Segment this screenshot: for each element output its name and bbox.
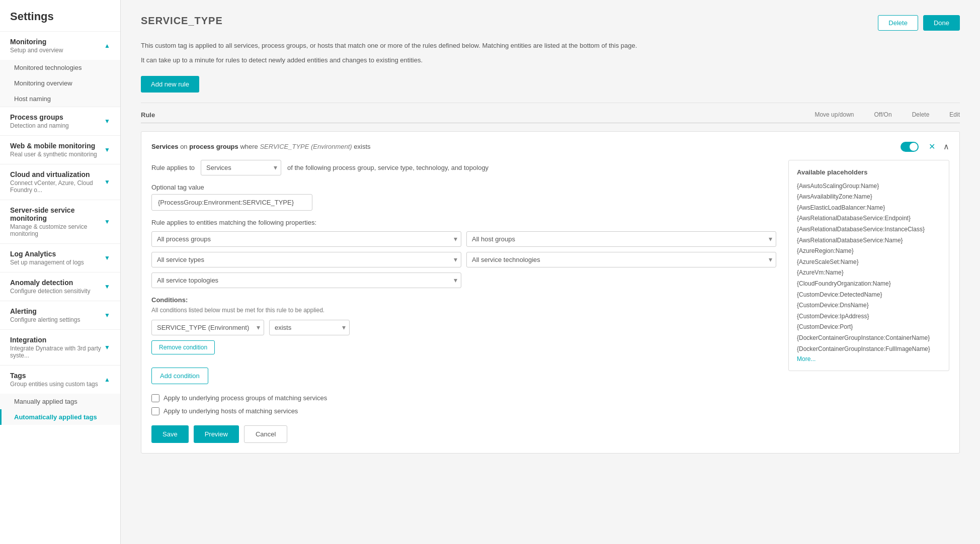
- sidebar-item-automatically-applied-tags[interactable]: Automatically applied tags: [0, 409, 120, 425]
- sidebar-section-title-wrap-cloud: Cloud and virtualization Connect vCenter…: [10, 170, 104, 194]
- placeholder-item: {AwsElasticLoadBalancer:Name}: [797, 203, 941, 214]
- sidebar-item-monitoring-overview[interactable]: Monitoring overview: [0, 75, 120, 91]
- rule-title-exists: exists: [354, 143, 370, 150]
- applies-to-dropdown-wrap: Services: [201, 160, 281, 175]
- add-condition-button[interactable]: Add condition: [151, 368, 208, 384]
- sidebar-chevron-integration: ▼: [104, 344, 110, 351]
- placeholder-item: {AwsRelationalDatabaseService:InstanceCl…: [797, 224, 941, 235]
- sidebar-section-header-web-mobile[interactable]: Web & mobile monitoring Real user & synt…: [0, 136, 120, 164]
- service-topologies-dropdown[interactable]: All service topologies: [151, 273, 461, 288]
- optional-tag-section: Optional tag value: [151, 184, 776, 211]
- sidebar-section-header-server-side[interactable]: Server-side service monitoring Manage & …: [0, 200, 120, 243]
- checkbox-hosts[interactable]: [151, 407, 159, 415]
- sidebar-section-header-log-analytics[interactable]: Log Analytics Set up management of logs …: [0, 244, 120, 272]
- condition-key-dropdown[interactable]: SERVICE_TYPE (Environment): [151, 320, 264, 335]
- placeholders-more-link[interactable]: More...: [797, 355, 815, 362]
- sidebar-chevron-cloud: ▼: [104, 178, 110, 186]
- checkbox-process-groups[interactable]: [151, 394, 159, 402]
- description-line-1: This custom tag is applied to all servic…: [141, 41, 960, 51]
- sidebar-section-title-alerting: Alerting: [10, 307, 104, 315]
- rule-table-header: Rule Move up/down Off/On Delete Edit: [141, 111, 960, 123]
- sidebar-item-monitored-technologies[interactable]: Monitored technologies: [0, 60, 120, 75]
- properties-grid: All process groups All host groups All s…: [151, 231, 776, 288]
- sidebar-section-process-groups: Process groups Detection and naming ▼: [0, 107, 120, 135]
- sidebar-item-manually-applied-tags[interactable]: Manually applied tags: [0, 394, 120, 409]
- properties-label: Rule applies to entities matching the fo…: [151, 219, 776, 226]
- sidebar-section-subtitle-tags: Group entities using custom tags: [10, 381, 104, 388]
- process-groups-dropdown[interactable]: All process groups: [151, 231, 461, 247]
- remove-condition-button[interactable]: Remove condition: [151, 340, 215, 354]
- service-types-dropdown[interactable]: All service types: [151, 252, 461, 267]
- rule-delete-icon[interactable]: ✕: [929, 142, 935, 151]
- sidebar-chevron-monitoring: ▲: [104, 42, 110, 49]
- sidebar-section-subtitle-cloud: Connect vCenter, Azure, Cloud Foundry o.…: [10, 179, 104, 194]
- rule-title-services: Services: [151, 143, 179, 150]
- placeholders-list: {AwsAutoScalingGroup:Name}{AwsAvailabili…: [797, 181, 941, 355]
- description-line-2: It can take up to a minute for rules to …: [141, 55, 960, 66]
- applies-to-dropdown[interactable]: Services: [201, 160, 281, 175]
- sidebar-section-header-cloud[interactable]: Cloud and virtualization Connect vCenter…: [0, 164, 120, 200]
- host-groups-wrap: All host groups: [466, 231, 776, 247]
- placeholder-item: {CustomDevice:DetectedName}: [797, 290, 941, 301]
- sidebar-section-header-tags[interactable]: Tags Group entities using custom tags ▲: [0, 366, 120, 394]
- done-button[interactable]: Done: [923, 15, 960, 31]
- sidebar-section-title-integration: Integration: [10, 336, 104, 344]
- app-title: Settings: [0, 0, 120, 31]
- sidebar-section-title-tags: Tags: [10, 372, 104, 380]
- checkbox-row-2: Apply to underlying hosts of matching se…: [151, 407, 776, 415]
- sidebar-section-subtitle-integration: Integrate Dynatrace with 3rd party syste…: [10, 345, 104, 359]
- sidebar-chevron-anomaly: ▼: [104, 283, 110, 290]
- conditions-title: Conditions:: [151, 296, 776, 304]
- service-technologies-dropdown[interactable]: All service technologies: [466, 252, 776, 267]
- main-content: SERVICE_TYPE Delete Done This custom tag…: [121, 0, 980, 544]
- save-button[interactable]: Save: [151, 425, 189, 443]
- sidebar-section-log-analytics: Log Analytics Set up management of logs …: [0, 243, 120, 272]
- condition-operator-dropdown[interactable]: exists: [269, 320, 350, 335]
- rule-title-where: where: [240, 143, 260, 150]
- sidebar-item-host-naming[interactable]: Host naming: [0, 91, 120, 107]
- host-groups-dropdown[interactable]: All host groups: [466, 231, 776, 247]
- sidebar-section-subtitle-server-side: Manage & customize service monitoring: [10, 223, 104, 237]
- process-groups-wrap: All process groups: [151, 231, 461, 247]
- sidebar-section-title-wrap-alerting: Alerting Configure alerting settings: [10, 307, 104, 323]
- sidebar-section-header-monitoring[interactable]: Monitoring Setup and overview ▲: [0, 32, 120, 60]
- sidebar-section-subtitle-alerting: Configure alerting settings: [10, 316, 104, 323]
- sidebar-section-title-web-mobile: Web & mobile monitoring: [10, 142, 104, 150]
- sidebar-section-header-alerting[interactable]: Alerting Configure alerting settings ▼: [0, 301, 120, 329]
- rule-toggle[interactable]: [901, 142, 919, 152]
- page-title: SERVICE_TYPE: [141, 15, 223, 27]
- sidebar-chevron-tags: ▲: [104, 376, 110, 383]
- delete-label: Delete: [912, 111, 930, 118]
- preview-button[interactable]: Preview: [194, 425, 239, 443]
- rule-content-columns: Rule applies to Services of the followin…: [151, 160, 949, 443]
- sidebar: Settings Monitoring Setup and overview ▲…: [0, 0, 121, 544]
- delete-button[interactable]: Delete: [878, 15, 918, 31]
- sidebar-chevron-server-side: ▼: [104, 218, 110, 225]
- sidebar-section-title-monitoring: Monitoring: [10, 38, 104, 46]
- sidebar-section-header-process-groups[interactable]: Process groups Detection and naming ▼: [0, 107, 120, 135]
- sidebar-section-title-wrap-monitoring: Monitoring Setup and overview: [10, 38, 104, 54]
- service-technologies-wrap: All service technologies: [466, 252, 776, 267]
- placeholder-item: {CloudFoundryOrganization:Name}: [797, 279, 941, 290]
- sidebar-section-header-integration[interactable]: Integration Integrate Dynatrace with 3rd…: [0, 330, 120, 365]
- rule-title-condition: SERVICE_TYPE (Environment): [260, 143, 352, 150]
- sidebar-items-monitoring: Monitored technologiesMonitoring overvie…: [0, 60, 120, 107]
- sidebar-chevron-web-mobile: ▼: [104, 146, 110, 153]
- sidebar-section-tags: Tags Group entities using custom tags ▲ …: [0, 365, 120, 425]
- sidebar-section-web-mobile: Web & mobile monitoring Real user & synt…: [0, 135, 120, 164]
- sidebar-section-header-anomaly[interactable]: Anomaly detection Configure detection se…: [0, 273, 120, 301]
- placeholder-item: {DockerContainerGroupInstance:FullImageN…: [797, 344, 941, 355]
- sidebar-section-anomaly: Anomaly detection Configure detection se…: [0, 272, 120, 301]
- sidebar-section-title-wrap-integration: Integration Integrate Dynatrace with 3rd…: [10, 336, 104, 359]
- checkboxes-section: Apply to underlying process groups of ma…: [151, 394, 776, 415]
- sidebar-chevron-process-groups: ▼: [104, 118, 110, 125]
- placeholder-item: {AwsAvailabilityZone:Name}: [797, 192, 941, 203]
- add-new-rule-button[interactable]: Add new rule: [141, 76, 199, 93]
- page-description: This custom tag is applied to all servic…: [141, 41, 960, 66]
- cancel-button[interactable]: Cancel: [244, 425, 287, 443]
- condition-operator-wrap: exists: [269, 320, 350, 335]
- rule-collapse-icon[interactable]: ∧: [943, 142, 949, 151]
- sidebar-section-title-process-groups: Process groups: [10, 113, 104, 121]
- optional-tag-input[interactable]: [151, 194, 312, 211]
- service-types-wrap: All service types: [151, 252, 461, 267]
